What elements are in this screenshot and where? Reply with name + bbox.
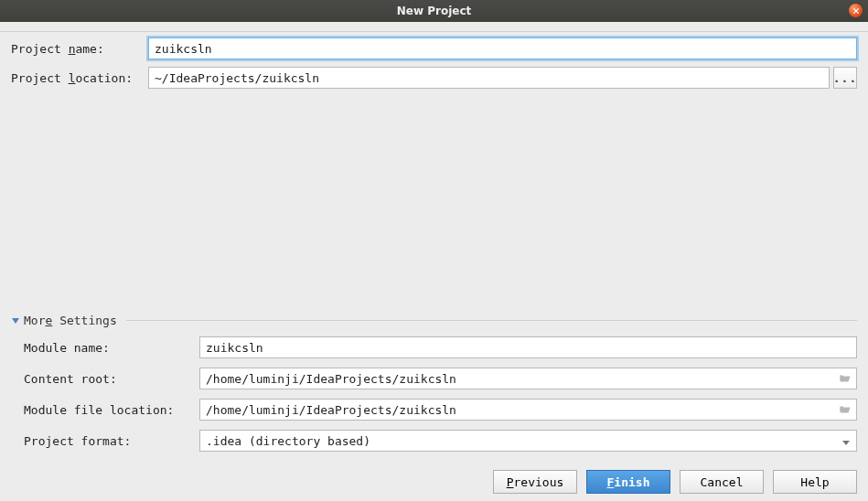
more-settings-label: More Settings — [24, 314, 117, 327]
content-root-row: Content root: — [11, 368, 857, 389]
module-file-location-row: Module file location: — [11, 399, 857, 421]
module-name-row: Module name: — [11, 336, 857, 358]
folder-open-icon[interactable] — [839, 403, 852, 416]
project-location-label: Project location: — [11, 71, 148, 85]
dialog-body: Project name: Project location: ... More… — [0, 22, 868, 501]
spacer — [11, 96, 857, 310]
divider — [126, 320, 857, 321]
more-settings-panel: Module name: Content root: Module file l… — [11, 336, 857, 461]
close-icon[interactable] — [849, 4, 863, 17]
button-bar: Previous Finish Cancel Help — [11, 461, 857, 494]
cancel-button[interactable]: Cancel — [680, 470, 764, 494]
project-location-browse-button[interactable]: ... — [833, 67, 857, 89]
project-format-value: .idea (directory based) — [206, 434, 370, 448]
module-file-location-input[interactable] — [199, 399, 857, 421]
titlebar: New Project — [0, 0, 868, 22]
project-location-input[interactable] — [148, 67, 830, 89]
previous-button[interactable]: Previous — [493, 470, 577, 494]
content-root-label: Content root: — [24, 372, 199, 386]
finish-button[interactable]: Finish — [586, 470, 670, 494]
svg-marker-1 — [842, 441, 850, 445]
module-file-location-label: Module file location: — [24, 403, 199, 417]
project-name-label: Project name: — [11, 42, 148, 56]
project-format-label: Project format: — [24, 434, 199, 448]
module-name-label: Module name: — [24, 341, 199, 355]
module-name-input[interactable] — [199, 336, 857, 358]
project-name-row: Project name: — [11, 37, 857, 59]
divider — [0, 31, 868, 32]
project-format-select[interactable]: .idea (directory based) — [199, 430, 857, 452]
folder-open-icon[interactable] — [839, 372, 852, 385]
project-location-row: Project location: ... — [11, 67, 857, 89]
chevron-down-icon — [11, 316, 20, 325]
window-title: New Project — [397, 5, 472, 17]
content-root-input[interactable] — [199, 368, 857, 389]
more-settings-toggle[interactable]: More Settings — [11, 314, 857, 327]
project-format-row: Project format: .idea (directory based) — [11, 430, 857, 452]
svg-marker-0 — [12, 318, 19, 324]
help-button[interactable]: Help — [773, 470, 857, 494]
project-name-input[interactable] — [148, 37, 857, 59]
chevron-down-icon — [841, 436, 851, 445]
